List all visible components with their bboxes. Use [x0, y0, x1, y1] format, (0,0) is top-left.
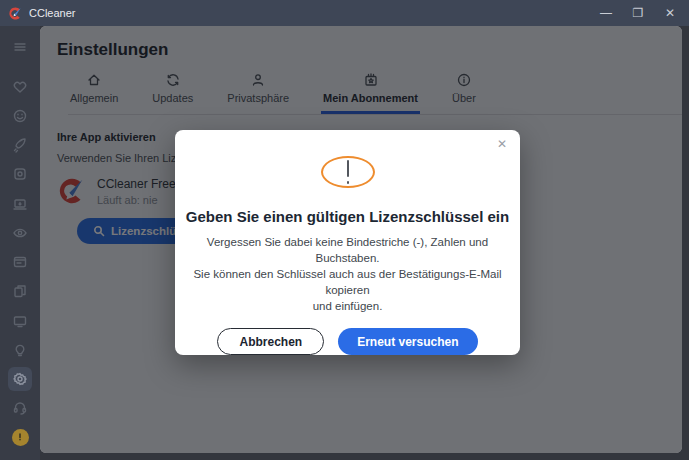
apps-icon[interactable]	[8, 163, 32, 186]
maximize-button[interactable]: ❐	[627, 3, 649, 23]
dialog-body-line: und einfügen.	[175, 298, 520, 314]
menu-icon[interactable]	[8, 35, 32, 58]
settings-gear-icon[interactable]	[8, 367, 32, 390]
performance-rocket-icon[interactable]	[8, 134, 32, 157]
support-headset-icon[interactable]	[8, 397, 32, 420]
dialog-title: Geben Sie einen gültigen Lizenzschlüssel…	[186, 208, 509, 225]
file-duplicates-icon[interactable]	[8, 280, 32, 303]
premium-coin-icon[interactable]	[8, 426, 32, 449]
health-check-icon[interactable]	[8, 104, 32, 127]
tips-lightbulb-icon[interactable]	[8, 338, 32, 361]
sidebar	[0, 26, 40, 460]
dialog-close-icon[interactable]: ✕	[494, 136, 510, 152]
favorites-icon[interactable]	[8, 75, 32, 98]
driver-updater-icon[interactable]	[8, 192, 32, 215]
retry-button[interactable]: Erneut versuchen	[338, 328, 477, 355]
dialog-body-line: Sie können den Schlüssel auch aus der Be…	[175, 266, 520, 298]
close-button[interactable]: ✕	[659, 3, 681, 23]
ccleaner-window: CCleaner — ❐ ✕	[0, 0, 689, 460]
pc-icon[interactable]	[8, 309, 32, 332]
dialog-actions: Abbrechen Erneut versuchen	[217, 328, 477, 355]
dialog-body-line: Vergessen Sie dabei keine Bindestriche (…	[175, 234, 520, 266]
cancel-button[interactable]: Abbrechen	[217, 328, 324, 355]
warning-exclamation-icon	[321, 156, 375, 188]
title-bar: CCleaner — ❐ ✕	[0, 0, 689, 26]
dialog-body: Vergessen Sie dabei keine Bindestriche (…	[175, 234, 520, 314]
invalid-license-dialog: ✕ Geben Sie einen gültigen Lizenzschlüss…	[175, 130, 520, 355]
minimize-button[interactable]: —	[595, 3, 617, 23]
browser-cleaner-icon[interactable]	[8, 251, 32, 274]
window-title: CCleaner	[29, 7, 75, 19]
software-updater-icon[interactable]	[8, 221, 32, 244]
ccleaner-logo-icon	[8, 6, 23, 21]
